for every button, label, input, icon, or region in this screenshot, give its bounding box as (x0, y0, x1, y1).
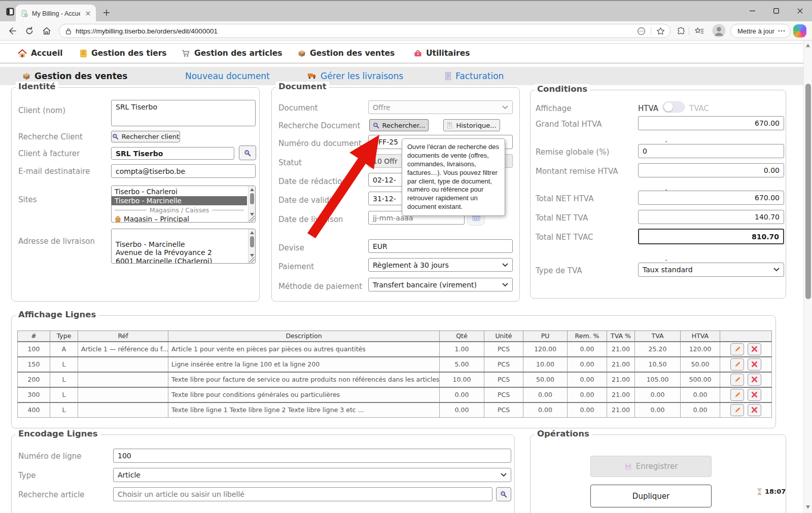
billing-client-label: Client à facturer (18, 149, 80, 158)
grand-total-input[interactable] (638, 116, 784, 130)
save-button[interactable]: Enregistrer (590, 456, 712, 477)
status-label: Statut (278, 158, 302, 167)
page-content: Accueil Gestion des tiers Gestion des ar… (0, 41, 812, 513)
search-client-button[interactable]: Rechercher client (111, 131, 180, 142)
delete-line-button[interactable] (748, 389, 761, 401)
total-net-htva-label: Total NET HTVA (536, 194, 593, 203)
new-tab-button[interactable] (101, 7, 112, 18)
col-tva-pct: TVA % (607, 331, 635, 342)
discount-amount-input[interactable] (638, 163, 784, 177)
browser-update-button[interactable]: Mettre à jour (730, 24, 791, 38)
total-net-tva-input[interactable] (638, 210, 784, 224)
edit-line-button[interactable] (730, 343, 744, 355)
avatar-icon (712, 24, 726, 38)
history-document-button[interactable]: Historique... (443, 119, 500, 131)
billing-client-search-button[interactable] (239, 145, 256, 160)
site-option[interactable]: Magasin – Principal (112, 214, 247, 223)
url-text: https://mybilling.tiserbo.be/orders/edit… (76, 27, 633, 35)
payment-method-select[interactable]: Transfert bancaire (virement) (368, 278, 513, 291)
tab-actions-button[interactable] (5, 6, 16, 17)
duplicate-button[interactable]: Dupliquer (590, 485, 712, 507)
window-maximize-button[interactable] (767, 3, 785, 18)
ledger-icon (80, 49, 87, 58)
identity-panel: Identité Client (nom) SRL Tiserbo Recher… (11, 87, 260, 302)
nav-gestion-articles[interactable]: Gestion des articles (182, 44, 283, 63)
site-option[interactable]: Tiserbo - Charleroi (112, 187, 247, 196)
document-type-select[interactable]: Offre (368, 100, 513, 114)
workspaces-icon (6, 7, 15, 16)
resize-grip[interactable] (249, 216, 255, 222)
table-row: 200LTexte libre pour facture de service … (18, 372, 772, 387)
line-type-label: Type (18, 471, 36, 480)
nav-gestion-ventes[interactable]: Gestion des ventes (298, 44, 395, 63)
refresh-button[interactable] (23, 25, 36, 37)
search-document-button[interactable]: Rechercher... (369, 119, 429, 131)
delete-line-button[interactable] (748, 374, 761, 386)
browser-tab[interactable]: My Billing - Accueil (16, 5, 96, 22)
separator-dot (665, 141, 667, 142)
line-number-input[interactable] (113, 449, 511, 463)
global-discount-input[interactable] (638, 144, 784, 158)
profile-avatar[interactable] (712, 24, 726, 40)
article-search-button[interactable] (496, 487, 511, 501)
link-facturation[interactable]: Facturation (445, 67, 504, 85)
back-button[interactable] (6, 25, 18, 37)
link-nouveau-document[interactable]: Nouveau document (185, 67, 270, 85)
total-net-htva-input[interactable] (638, 191, 784, 205)
delivery-address-textarea[interactable]: Tiserbo - Marcinelle Avenue de la Prévoy… (111, 229, 256, 264)
col-ref: Réf (78, 331, 168, 342)
vat-type-select[interactable]: Taux standard (638, 263, 784, 277)
divider (651, 27, 651, 35)
delete-x-icon (751, 407, 758, 413)
favorites-bar-button[interactable] (693, 25, 705, 37)
extensions-button[interactable] (675, 25, 687, 37)
nav-utilitaires[interactable]: Utilitaires (414, 44, 470, 63)
pencil-icon (734, 346, 741, 353)
col-tva: TVA (635, 331, 681, 342)
scroll-down-arrow[interactable] (806, 505, 810, 509)
total-net-tvac-label: Total NET TVAC (536, 233, 593, 242)
edit-line-button[interactable] (730, 374, 744, 386)
window-close-button[interactable] (791, 3, 808, 18)
currency-label: Devise (278, 243, 304, 252)
resize-grip[interactable] (249, 257, 255, 263)
delete-x-icon (751, 391, 758, 398)
email-input[interactable] (111, 164, 256, 178)
ellipsis-circle-icon[interactable] (637, 27, 646, 35)
window-minimize-button[interactable] (744, 3, 761, 18)
article-search-input[interactable] (113, 487, 492, 501)
primary-nav: Accueil Gestion des tiers Gestion des ar… (0, 43, 812, 63)
scrollbar-thumb[interactable] (805, 84, 811, 299)
delete-line-button[interactable] (748, 358, 761, 371)
nav-accueil[interactable]: Accueil (18, 44, 63, 63)
col-rem: Rem. % (568, 331, 607, 342)
htva-tvac-toggle[interactable] (662, 101, 685, 113)
edit-line-button[interactable] (730, 404, 744, 416)
delete-line-button[interactable] (748, 404, 761, 416)
nav-gestion-tiers[interactable]: Gestion des tiers (80, 44, 167, 63)
billing-client-input[interactable] (111, 147, 234, 160)
refresh-icon (25, 26, 34, 35)
total-net-tvac-input[interactable] (638, 229, 784, 244)
edit-line-button[interactable] (730, 389, 744, 401)
payment-select[interactable]: Règlement à 30 jours (368, 258, 513, 272)
lines-panel: Affichage Lignes # Type Réf Description … (11, 315, 776, 428)
line-type-select[interactable]: Article (113, 468, 511, 482)
address-bar[interactable]: https://mybilling.tiserbo.be/orders/edit… (59, 24, 670, 38)
sites-listbox[interactable]: Tiserbo - Charleroi Tiserbo - Marcinelle… (111, 186, 256, 223)
scroll-up-arrow[interactable] (806, 44, 810, 47)
col-type: Type (50, 331, 78, 342)
conditions-legend: Conditions (535, 84, 590, 94)
currency-input[interactable] (368, 239, 513, 253)
site-option-selected[interactable]: Tiserbo - Marcinelle (112, 196, 247, 205)
copilot-icon[interactable] (793, 24, 806, 38)
tab-close-icon[interactable] (84, 10, 92, 18)
line-number-label: Numéro de ligne (18, 452, 81, 461)
favorite-star-icon[interactable] (656, 27, 665, 35)
hourglass-icon (757, 488, 762, 495)
home-button[interactable] (41, 25, 53, 37)
edit-line-button[interactable] (730, 358, 744, 371)
delete-line-button[interactable] (748, 343, 761, 355)
page-scrollbar[interactable] (803, 41, 812, 513)
client-name-textarea[interactable]: SRL Tiserbo (111, 100, 256, 126)
